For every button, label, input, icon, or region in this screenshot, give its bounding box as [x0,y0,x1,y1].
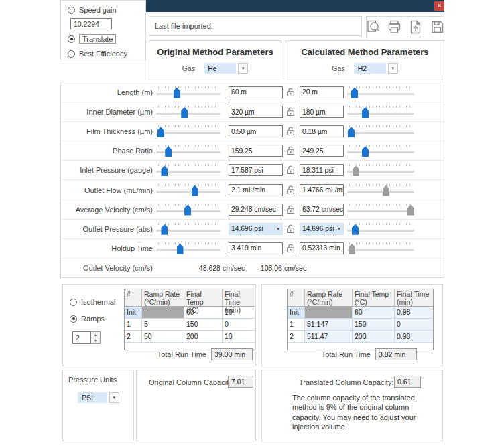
calc-slider[interactable] [347,222,414,236]
table-cell[interactable]: 50 [142,331,184,343]
orig-value-field[interactable]: 3.419 min [229,242,283,254]
radio-ramps-label: Ramps [81,315,105,323]
radio-isothermal[interactable]: Isothermal [70,298,115,306]
table-cell[interactable]: 5 [142,319,184,331]
calc-value-field[interactable]: 20 m [300,86,344,98]
calc-slider[interactable] [347,85,414,100]
slider-thumb[interactable] [362,146,369,157]
slider-thumb[interactable] [192,185,198,196]
field-value: 249.25 [302,147,324,155]
mode-panel: Speed gain 10.2294 Translate Best Effici… [60,0,146,60]
orig-slider[interactable] [156,104,220,119]
slider-thumb[interactable] [407,205,414,216]
lock-icon[interactable] [286,145,296,156]
print-icon[interactable] [387,19,402,35]
calc-value-field[interactable]: 180 µm [300,106,344,118]
lock-icon[interactable] [286,224,296,234]
save-icon[interactable] [430,19,445,35]
radio-translate[interactable]: Translate [68,34,116,44]
calc-slider[interactable] [347,104,414,119]
orig-slider[interactable] [156,202,220,217]
slider-thumb[interactable] [352,224,359,235]
lock-icon[interactable] [286,185,296,196]
slider-thumb[interactable] [184,205,191,216]
slider-thumb[interactable] [161,224,168,235]
slider-thumb[interactable] [351,88,358,98]
table-cell[interactable]: 10 [223,331,255,343]
calc-value-field[interactable]: 0.18 µm [300,125,344,137]
orig-slider[interactable] [156,143,220,158]
close-button[interactable]: ✕ [434,1,444,11]
preview-icon[interactable] [365,19,381,35]
export-icon[interactable] [408,19,424,35]
spinner-up-icon[interactable]: ▲ [91,332,100,338]
slider-thumb[interactable] [161,165,168,176]
slider-thumb[interactable] [177,244,184,254]
table-cell[interactable]: 200 [184,331,223,343]
lock-icon[interactable] [286,204,296,215]
gas-select-original[interactable]: He ▼ [204,63,248,74]
calc-slider[interactable] [347,241,414,256]
radio-ramps[interactable]: Ramps [70,315,105,323]
slider-thumb[interactable] [174,88,180,98]
gas-label: Gas [332,64,344,72]
lock-icon[interactable] [286,243,296,254]
radio-dot [68,7,75,14]
calc-slider[interactable] [347,202,414,217]
calc-slider[interactable] [347,124,414,139]
orig-slider[interactable] [156,183,220,198]
speed-gain-input[interactable]: 10.2294 [70,18,112,29]
calc-value-combo[interactable]: 14.696 psi▼ [300,223,344,235]
calc-value-field[interactable]: 1.4766 mL/min [300,184,344,196]
lock-icon[interactable] [286,106,296,117]
lock-icon[interactable] [286,87,296,98]
slider-thumb[interactable] [181,107,188,118]
spinner-arrows[interactable]: ▲▼ [91,331,101,344]
orig-value-combo[interactable]: 14.696 psi▼ [229,223,283,235]
lock-icon[interactable] [286,126,296,137]
calc-slider[interactable] [347,183,414,198]
orig-slider[interactable] [156,222,220,236]
radio-isothermal-label: Isothermal [81,298,115,306]
orig-slider[interactable] [156,241,220,256]
slider-thumb[interactable] [158,127,164,137]
orig-value-field[interactable]: 17.587 psi [229,164,283,176]
calc-value-field[interactable]: 249.25 [300,145,344,157]
slider-thumb[interactable] [348,127,355,137]
orig-value-field[interactable]: 320 µm [229,106,283,118]
table-cell[interactable]: 150 [184,319,223,331]
table-header-cell: Ramp Rate (°C/min) [142,289,184,307]
spinner-down-icon[interactable]: ▼ [91,338,100,344]
table-cell[interactable]: 10 [223,307,255,319]
table-header-cell: Final Time (min) [395,289,433,307]
orig-slider[interactable] [156,85,220,100]
slider-thumb[interactable] [383,185,389,196]
gas-select-calculated[interactable]: H2 ▼ [354,63,398,74]
ramps-count-value: 2 [72,331,91,344]
orig-value-field[interactable]: 159.25 [229,145,283,157]
table-cell[interactable]: 0 [223,319,255,331]
table-cell[interactable]: 60 [184,307,223,319]
ramps-count-spinner[interactable]: 2 ▲▼ [72,331,101,344]
orig-value-field[interactable]: 29.248 cm/sec [229,204,283,216]
slider-thumb[interactable] [362,107,369,118]
slider-thumb[interactable] [165,146,172,157]
calc-slider[interactable] [347,163,414,177]
orig-slider[interactable] [156,124,220,139]
slider-thumb[interactable] [349,244,355,254]
orig-value-field[interactable]: 0.50 µm [229,125,283,137]
orig-slider[interactable] [156,163,220,177]
field-value: 20 m [302,88,318,96]
radio-best-efficiency[interactable]: Best Efficiency [68,50,127,58]
lock-icon[interactable] [286,165,296,175]
calc-value-field[interactable]: 18.311 psi [300,164,344,176]
param-label: Holdup Time [61,244,153,252]
calc-value-field[interactable]: 63.72 cm/sec [300,204,344,216]
calc-slider[interactable] [347,143,414,158]
orig-value-field[interactable]: 2.1 mL/min [229,184,283,196]
orig-value-field[interactable]: 60 m [229,86,283,98]
slider-thumb[interactable] [353,165,359,176]
radio-speed-gain[interactable]: Speed gain [68,6,117,14]
calc-value-field[interactable]: 0.52313 min [300,242,344,254]
pressure-units-select[interactable]: PSI ▼ [78,392,119,403]
